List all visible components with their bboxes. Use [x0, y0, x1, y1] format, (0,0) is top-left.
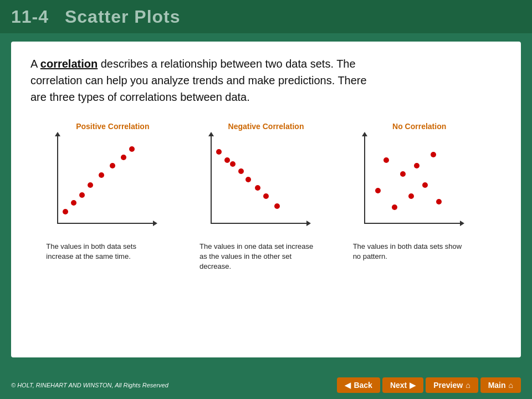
dot — [383, 157, 389, 163]
positive-x-axis — [57, 223, 154, 224]
dot — [110, 163, 115, 168]
positive-correlation-chart — [46, 135, 157, 235]
main-home-icon: ⌂ — [509, 381, 513, 390]
section-number: 11-4 — [11, 7, 49, 27]
negative-correlation-caption: The values in one data set increase as t… — [200, 242, 316, 272]
dot — [216, 149, 222, 155]
dot — [245, 177, 251, 182]
no-correlation-caption: The values in both data sets show no pat… — [353, 242, 469, 262]
positive-correlation-block: Positive Correlation The values in both … — [46, 122, 179, 262]
positive-y-axis — [57, 135, 58, 224]
negative-y-axis — [211, 135, 212, 224]
negative-x-axis — [211, 223, 308, 224]
dot — [255, 185, 260, 191]
positive-correlation-title: Positive Correlation — [46, 122, 179, 131]
no-correlation-block: No Correlation The values in both data s… — [353, 122, 486, 262]
dot — [414, 163, 420, 168]
dot — [375, 188, 381, 193]
dot — [238, 168, 244, 174]
dot — [392, 204, 397, 210]
no-corr-y-axis — [364, 135, 365, 224]
negative-correlation-block: Negative Correlation The values in one d… — [200, 122, 332, 272]
dot — [63, 209, 68, 214]
back-arrow-icon: ◀ — [345, 381, 351, 390]
main-button[interactable]: Main ⌂ — [480, 377, 521, 393]
next-label: Next — [390, 381, 407, 390]
dot — [71, 200, 76, 206]
dot — [263, 193, 269, 199]
charts-container: Positive Correlation The values in both … — [30, 122, 502, 272]
preview-label: Preview — [433, 381, 463, 390]
dot — [88, 182, 93, 188]
dot — [436, 199, 442, 204]
footer-buttons: ◀ Back Next ▶ Preview ⌂ Main ⌂ — [337, 377, 521, 393]
back-button[interactable]: ◀ Back — [337, 377, 380, 393]
dot — [99, 172, 104, 178]
next-button[interactable]: Next ▶ — [382, 377, 423, 393]
dot — [79, 192, 85, 198]
dot — [121, 155, 126, 160]
no-correlation-title: No Correlation — [353, 122, 486, 131]
dot — [431, 152, 436, 157]
dot — [274, 203, 280, 209]
dot — [224, 157, 230, 163]
no-corr-x-axis — [364, 223, 461, 224]
page-footer: © HOLT, RINEHART AND WINSTON, All Rights… — [0, 371, 532, 399]
back-label: Back — [354, 381, 372, 390]
page-title: Scatter Plots — [65, 7, 181, 27]
dot — [400, 171, 406, 177]
intro-paragraph: A correlation describes a relationship b… — [30, 55, 374, 105]
preview-button[interactable]: Preview ⌂ — [426, 377, 478, 393]
negative-correlation-title: Negative Correlation — [200, 122, 332, 131]
copyright-text: © HOLT, RINEHART AND WINSTON, All Rights… — [11, 382, 168, 388]
preview-home-icon: ⌂ — [466, 381, 470, 390]
header-separator — [54, 7, 59, 27]
negative-correlation-chart — [200, 135, 310, 235]
next-arrow-icon: ▶ — [410, 381, 416, 390]
page-header: 11-4 Scatter Plots — [0, 0, 532, 33]
positive-correlation-caption: The values in both data sets increase at… — [46, 242, 162, 262]
dot — [408, 193, 414, 199]
main-label: Main — [488, 381, 506, 390]
dot — [422, 182, 428, 188]
keyword-correlation: correlation — [40, 58, 98, 70]
dot — [129, 146, 135, 152]
dot — [230, 161, 236, 167]
no-correlation-chart — [353, 135, 464, 235]
main-content-area: A correlation describes a relationship b… — [11, 42, 521, 357]
